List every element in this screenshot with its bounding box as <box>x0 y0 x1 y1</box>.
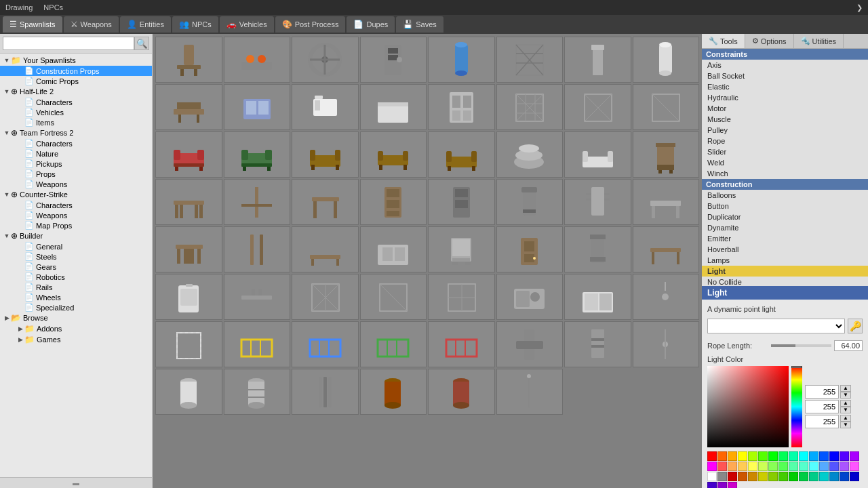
prop-item[interactable] <box>633 131 700 178</box>
color-swatch[interactable] <box>819 451 829 461</box>
color-swatch[interactable] <box>717 472 727 481</box>
prop-item[interactable] <box>496 321 564 367</box>
color-swatch[interactable] <box>829 472 839 481</box>
prop-item[interactable] <box>496 84 564 130</box>
rgb-r-up[interactable]: ▲ <box>840 385 851 392</box>
color-swatch[interactable] <box>768 472 778 481</box>
color-swatch[interactable] <box>707 451 717 461</box>
prop-item[interactable] <box>633 226 700 272</box>
color-swatch[interactable] <box>778 462 788 471</box>
prop-item[interactable] <box>155 321 222 367</box>
color-swatch[interactable] <box>758 472 768 481</box>
prop-item[interactable] <box>496 274 564 320</box>
color-swatch[interactable] <box>758 462 768 471</box>
color-swatch[interactable] <box>738 462 747 471</box>
collapse-button[interactable]: ❯ <box>856 3 863 12</box>
tree-item-browse-games[interactable]: ▶ 📁 Games <box>0 334 152 345</box>
tree-item-half-life-2[interactable]: ▼ ⊕ Half-Life 2 <box>0 86 152 97</box>
prop-item[interactable] <box>155 274 222 320</box>
color-swatch[interactable] <box>717 462 727 471</box>
color-swatch[interactable] <box>799 472 808 481</box>
prop-item[interactable] <box>428 84 495 130</box>
prop-item[interactable] <box>633 37 700 83</box>
prop-item[interactable] <box>224 84 291 130</box>
prop-item[interactable] <box>224 321 291 367</box>
color-swatch[interactable] <box>809 451 818 461</box>
prop-item[interactable] <box>564 37 631 83</box>
prop-item[interactable] <box>360 274 427 320</box>
tree-item-tf2-nature[interactable]: 📄 Nature <box>0 148 152 159</box>
search-input[interactable] <box>3 37 134 50</box>
prop-item[interactable] <box>360 226 427 272</box>
prop-item[interactable] <box>633 321 700 367</box>
tab-tools[interactable]: 🔧 Tools <box>702 34 745 48</box>
prop-item[interactable] <box>564 226 631 272</box>
prop-item[interactable] <box>292 274 359 320</box>
prop-item[interactable] <box>155 179 222 225</box>
tree-item-builder-steels[interactable]: 📄 Steels <box>0 251 152 262</box>
construction-button[interactable]: Button <box>702 201 868 211</box>
prop-item[interactable] <box>155 226 222 272</box>
prop-item[interactable] <box>155 369 222 415</box>
constraint-rope[interactable]: Rope <box>702 136 868 146</box>
color-swatch[interactable] <box>789 451 798 461</box>
prop-item[interactable] <box>428 321 495 367</box>
color-swatch[interactable] <box>809 472 818 481</box>
prop-item[interactable] <box>292 369 359 415</box>
tree-item-browse-addons[interactable]: ▶ 📁 Addons <box>0 323 152 334</box>
color-swatch[interactable] <box>728 472 737 481</box>
prop-item[interactable] <box>428 37 495 83</box>
rgb-g-up[interactable]: ▲ <box>840 400 851 407</box>
prop-item[interactable] <box>360 37 427 83</box>
construction-hoverball[interactable]: Hoverball <box>702 244 868 255</box>
prop-item[interactable] <box>564 321 631 367</box>
color-swatch[interactable] <box>809 462 818 471</box>
rgb-b-down[interactable]: ▼ <box>840 422 851 428</box>
tree-item-comic-props[interactable]: 📄 Comic Props <box>0 76 152 86</box>
tree-item-hl2-items[interactable]: 📄 Items <box>0 117 152 127</box>
prop-item[interactable] <box>496 369 564 415</box>
prop-item[interactable] <box>633 84 700 130</box>
color-swatch[interactable] <box>748 451 757 461</box>
color-swatch[interactable] <box>799 451 808 461</box>
color-swatch[interactable] <box>850 451 859 461</box>
tree-item-tf2-weapons[interactable]: 📄 Weapons <box>0 179 152 189</box>
constraint-hydraulic[interactable]: Hydraulic <box>702 92 868 103</box>
prop-item[interactable] <box>564 84 631 130</box>
color-swatch[interactable] <box>738 451 747 461</box>
prop-item[interactable] <box>224 131 291 178</box>
tab-options[interactable]: ⚙ Options <box>745 34 794 48</box>
color-swatch[interactable] <box>840 462 849 471</box>
color-swatch[interactable] <box>728 462 737 471</box>
prop-item[interactable] <box>360 84 427 130</box>
color-swatch[interactable] <box>778 451 788 461</box>
tree-item-tf2-pickups[interactable]: 📄 Pickups <box>0 159 152 169</box>
color-swatch[interactable] <box>748 462 757 471</box>
tree-item-your-spawnlists[interactable]: ▼ 📁 Your Spawnlists <box>0 55 152 66</box>
color-swatch[interactable] <box>768 462 778 471</box>
prop-item[interactable] <box>292 84 359 130</box>
tree-item-builder-general[interactable]: 📄 General <box>0 241 152 251</box>
color-swatch[interactable] <box>850 462 859 471</box>
prop-item[interactable] <box>360 321 427 367</box>
rgb-r-down[interactable]: ▼ <box>840 392 851 399</box>
color-swatch[interactable] <box>728 482 737 488</box>
prop-item[interactable] <box>428 274 495 320</box>
prop-item[interactable] <box>224 369 291 415</box>
tree-item-construction-props[interactable]: 📄 Construction Props <box>0 66 152 76</box>
color-swatch[interactable] <box>819 472 829 481</box>
prop-item[interactable] <box>155 131 222 178</box>
color-swatch[interactable] <box>789 472 798 481</box>
light-key-icon[interactable]: 🔑 <box>848 319 863 333</box>
construction-nocollide[interactable]: No Collide <box>702 277 868 286</box>
prop-item[interactable] <box>360 369 427 415</box>
prop-item[interactable] <box>428 131 495 178</box>
props-panel[interactable] <box>153 34 702 488</box>
tree-item-builder-specialized[interactable]: 📄 Specialized <box>0 302 152 312</box>
color-swatch[interactable] <box>717 482 727 488</box>
tree-item-cs-map-props[interactable]: 📄 Map Props <box>0 220 152 230</box>
constraint-slider[interactable]: Slider <box>702 146 868 157</box>
rgb-g-input[interactable] <box>805 400 839 413</box>
tab-spawnlists[interactable]: ☰ Spawnlists <box>3 16 62 33</box>
constraint-pulley[interactable]: Pulley <box>702 125 868 136</box>
